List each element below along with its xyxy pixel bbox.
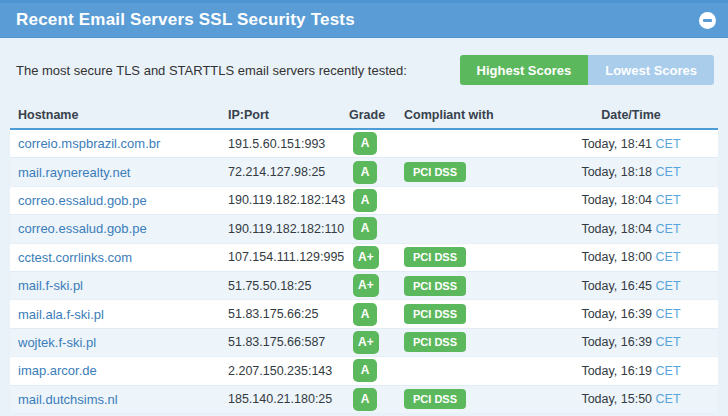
timezone-label: CET [656, 364, 681, 378]
table-row: mail.ala.f-ski.pl 51.83.175.66:25 A PCI … [10, 300, 718, 328]
hostname-link[interactable]: wojtek.f-ski.pl [18, 335, 96, 350]
datetime-cell: Today, 18:04 CET [544, 193, 718, 207]
hostname-link[interactable]: imap.arcor.de [18, 363, 97, 378]
date-text: Today, 16:19 [581, 364, 652, 378]
hostname-cell: mail.raynerealty.net [10, 165, 228, 180]
table-row: mail.dutchsims.nl 185.140.21.180:25 A PC… [10, 386, 718, 414]
timezone-label: CET [656, 335, 681, 349]
column-header-grade: Grade [349, 108, 404, 122]
compliance-badge: PCI DSS [404, 247, 466, 267]
column-header-compliant: Compliant with [404, 108, 544, 122]
compliance-badge: PCI DSS [404, 162, 466, 182]
hostname-link[interactable]: mail.f-ski.pl [18, 278, 83, 293]
score-filter-buttons: Highest Scores Lowest Scores [460, 55, 714, 85]
grade-badge: A [353, 161, 377, 184]
grade-cell: A [349, 217, 404, 240]
panel-title: Recent Email Servers SSL Security Tests [16, 10, 699, 30]
date-text: Today, 18:04 [581, 222, 652, 236]
grade-cell: A [349, 359, 404, 382]
compliance-cell: PCI DSS [404, 304, 544, 324]
grade-badge: A [353, 359, 377, 382]
grade-badge: A [353, 132, 377, 155]
table-row: wojtek.f-ski.pl 51.83.175.66:587 A+ PCI … [10, 329, 718, 357]
table-body: correio.mspbrazil.com.br 191.5.60.151:99… [10, 130, 718, 414]
compliance-cell: PCI DSS [404, 276, 544, 296]
hostname-cell: mail.ala.f-ski.pl [10, 307, 228, 322]
timezone-label: CET [656, 222, 681, 236]
datetime-cell: Today, 16:45 CET [544, 279, 718, 293]
compliance-badge: PCI DSS [404, 276, 466, 296]
hostname-cell: mail.dutchsims.nl [10, 392, 228, 407]
column-header-hostname: Hostname [10, 108, 228, 122]
timezone-label: CET [656, 279, 681, 293]
date-text: Today, 18:00 [581, 250, 652, 264]
grade-badge: A+ [353, 274, 379, 297]
timezone-label: CET [656, 392, 681, 406]
table-row: mail.f-ski.pl 51.75.50.18:25 A+ PCI DSS … [10, 272, 718, 300]
datetime-cell: Today, 16:39 CET [544, 335, 718, 349]
datetime-cell: Today, 18:18 CET [544, 165, 718, 179]
date-text: Today, 16:45 [581, 279, 652, 293]
ip-port: 185.140.21.180:25 [228, 392, 349, 406]
timezone-label: CET [656, 193, 681, 207]
ip-port: 191.5.60.151:993 [228, 137, 349, 151]
grade-cell: A [349, 388, 404, 411]
grade-badge: A [353, 217, 377, 240]
date-text: Today, 18:04 [581, 193, 652, 207]
compliance-cell: PCI DSS [404, 389, 544, 409]
grade-cell: A+ [349, 331, 404, 354]
grade-cell: A [349, 132, 404, 155]
hostname-cell: imap.arcor.de [10, 363, 228, 378]
date-text: Today, 18:41 [581, 137, 652, 151]
grade-badge: A [353, 303, 377, 326]
timezone-label: CET [656, 307, 681, 321]
ip-port: 51.83.175.66:25 [228, 307, 349, 321]
highest-scores-button[interactable]: Highest Scores [460, 55, 589, 85]
lowest-scores-button[interactable]: Lowest Scores [588, 55, 714, 85]
hostname-cell: wojtek.f-ski.pl [10, 335, 228, 350]
ip-port: 72.214.127.98:25 [228, 165, 349, 179]
datetime-cell: Today, 16:19 CET [544, 364, 718, 378]
date-text: Today, 16:39 [581, 335, 652, 349]
grade-cell: A+ [349, 246, 404, 269]
hostname-link[interactable]: mail.raynerealty.net [18, 165, 130, 180]
column-header-datetime: Date/Time [544, 108, 718, 122]
table-header-row: Hostname IP:Port Grade Compliant with Da… [10, 102, 718, 130]
panel-header: Recent Email Servers SSL Security Tests [0, 0, 728, 38]
hostname-link[interactable]: mail.ala.f-ski.pl [18, 307, 104, 322]
grade-badge: A+ [353, 331, 379, 354]
hostname-link[interactable]: correo.essalud.gob.pe [18, 193, 147, 208]
table-row: correo.essalud.gob.pe 190.119.182.182:11… [10, 215, 718, 243]
date-text: Today, 15:50 [581, 392, 652, 406]
table-row: correio.mspbrazil.com.br 191.5.60.151:99… [10, 130, 718, 158]
minus-circle-icon[interactable] [699, 12, 716, 29]
column-header-ip-port: IP:Port [228, 108, 349, 122]
hostname-link[interactable]: cctest.corrlinks.com [18, 250, 132, 265]
compliance-cell: PCI DSS [404, 332, 544, 352]
recent-tests-panel: Recent Email Servers SSL Security Tests … [0, 0, 728, 416]
compliance-badge: PCI DSS [404, 304, 466, 324]
ip-port: 2.207.150.235:143 [228, 364, 349, 378]
datetime-cell: Today, 15:50 CET [544, 392, 718, 406]
panel-body: The most secure TLS and STARTTLS email s… [0, 38, 728, 414]
compliance-cell: PCI DSS [404, 247, 544, 267]
table-row: imap.arcor.de 2.207.150.235:143 A Today,… [10, 357, 718, 385]
grade-cell: A [349, 303, 404, 326]
hostname-link[interactable]: correio.mspbrazil.com.br [18, 136, 160, 151]
datetime-cell: Today, 18:00 CET [544, 250, 718, 264]
hostname-link[interactable]: mail.dutchsims.nl [18, 392, 118, 407]
grade-cell: A [349, 161, 404, 184]
grade-badge: A [353, 388, 377, 411]
compliance-cell: PCI DSS [404, 162, 544, 182]
timezone-label: CET [656, 250, 681, 264]
ip-port: 107.154.111.129:995 [228, 250, 349, 264]
datetime-cell: Today, 16:39 CET [544, 307, 718, 321]
compliance-badge: PCI DSS [404, 332, 466, 352]
datetime-cell: Today, 18:41 CET [544, 137, 718, 151]
ip-port: 51.83.175.66:587 [228, 335, 349, 349]
date-text: Today, 16:39 [581, 307, 652, 321]
timezone-label: CET [656, 137, 681, 151]
hostname-link[interactable]: correo.essalud.gob.pe [18, 221, 147, 236]
table-row: mail.raynerealty.net 72.214.127.98:25 A … [10, 158, 718, 186]
hostname-cell: correio.mspbrazil.com.br [10, 136, 228, 151]
